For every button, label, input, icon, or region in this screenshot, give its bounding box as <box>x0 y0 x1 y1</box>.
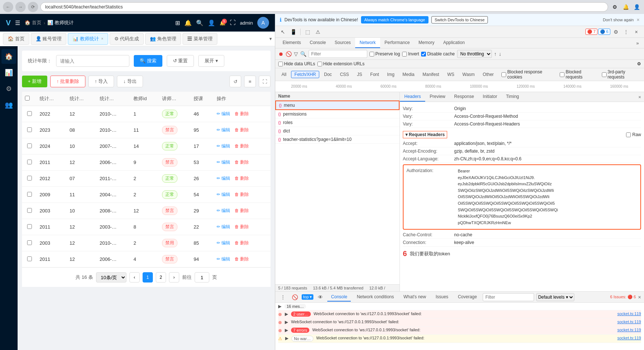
extension-icon-3[interactable]: 👤 <box>632 3 641 11</box>
fullscreen-icon[interactable]: ⛶ <box>230 19 236 26</box>
tabs-more-button[interactable]: » <box>634 38 641 48</box>
forward-button[interactable]: → <box>15 2 26 12</box>
tab-account[interactable]: 👤 账号管理 <box>31 33 67 45</box>
tab-memory[interactable]: Memory <box>414 38 439 48</box>
user-icon[interactable]: 👤 <box>208 19 215 26</box>
third-party-checkbox[interactable] <box>602 72 607 77</box>
tab-elements[interactable]: Elements <box>278 38 305 48</box>
elements-icon[interactable]: ⬚ <box>303 27 312 37</box>
close-devtools-button[interactable]: × <box>632 27 641 37</box>
import-icon[interactable]: ↑ <box>494 51 497 57</box>
filter-img[interactable]: Img <box>384 71 398 78</box>
expand-icon-3[interactable]: ▶ <box>285 320 288 325</box>
detail-tab-timing[interactable]: Timing <box>501 92 523 102</box>
invert-label[interactable]: Invert <box>402 51 419 56</box>
row-checkbox-4[interactable] <box>27 176 32 181</box>
clear-icon[interactable]: 🚫 <box>286 51 292 57</box>
sidebar-home[interactable]: 🏠 <box>1 49 16 64</box>
filter-toggle-icon[interactable]: ▽ <box>294 51 298 57</box>
tab-code[interactable]: ⚙ 代码生成 <box>110 33 144 45</box>
expand-icon-5[interactable]: ▶ <box>285 336 288 341</box>
search-header-icon[interactable]: 🔍 <box>196 19 203 26</box>
del-btn-2[interactable]: 🗑 删除 <box>235 143 249 149</box>
extension-icon-1[interactable]: ⚙ <box>610 3 619 11</box>
tab-teacher[interactable]: 📊 教师统计 × <box>68 33 108 45</box>
filter-media[interactable]: Media <box>399 71 418 78</box>
notification-badge[interactable]: 🔔 5 <box>220 20 225 26</box>
page-size-select[interactable]: 10条/页 20条/页 <box>96 272 126 282</box>
del-btn-0[interactable]: 🗑 删除 <box>235 111 249 116</box>
expand-icon-1[interactable]: ▶ <box>278 304 281 309</box>
bell-icon[interactable]: 🔔 <box>184 19 192 26</box>
columns-icon[interactable]: ≡ <box>244 76 256 87</box>
tab-sources[interactable]: Sources <box>330 38 355 48</box>
preserve-log-label[interactable]: Preserve log <box>369 51 400 56</box>
filter-css[interactable]: CSS <box>336 71 352 78</box>
request-item-permissions[interactable]: {} permissions <box>275 110 400 119</box>
back-button[interactable]: ← <box>3 2 13 12</box>
console-clear-icon[interactable]: 🚫 <box>290 292 299 302</box>
filter-manifest[interactable]: Manifest <box>419 71 442 78</box>
hide-data-urls-label[interactable]: Hide data URLs <box>278 61 315 66</box>
hide-extension-urls-checkbox[interactable] <box>317 62 322 66</box>
row-checkbox-7[interactable] <box>27 224 32 229</box>
console-filter-input[interactable] <box>483 293 534 301</box>
avatar[interactable]: A <box>257 17 269 29</box>
detail-tab-preview[interactable]: Preview <box>425 92 450 102</box>
page-1-button[interactable]: 1 <box>143 272 153 282</box>
console-close-button[interactable]: × <box>638 294 641 300</box>
expand-icon-2[interactable]: ▶ <box>285 311 288 317</box>
row-checkbox-2[interactable] <box>27 143 32 148</box>
record-icon[interactable]: ⏺ <box>278 51 283 57</box>
edit-btn-4[interactable]: ✏ 编辑 <box>217 176 230 181</box>
console-icon[interactable]: ⚠ <box>313 27 323 37</box>
row-checkbox-3[interactable] <box>27 160 32 164</box>
go-to-input[interactable] <box>195 272 209 282</box>
edit-btn-8[interactable]: ✏ 编辑 <box>217 240 230 245</box>
del-btn-6[interactable]: 🗑 删除 <box>235 208 249 213</box>
select-all-checkbox[interactable] <box>25 96 30 101</box>
notif-close-button[interactable]: × <box>637 17 640 23</box>
raw-checkbox[interactable] <box>626 132 631 137</box>
entry-link-3[interactable]: socket.ts:119 <box>617 320 641 324</box>
edit-btn-5[interactable]: ✏ 编辑 <box>217 192 230 197</box>
detail-tab-response[interactable]: Response <box>450 92 478 102</box>
console-tab-network-conditions[interactable]: Network conditions <box>353 293 397 302</box>
switch-chinese-button[interactable]: Switch DevTools to Chinese <box>431 16 488 23</box>
row-checkbox-9[interactable] <box>27 256 32 261</box>
menu-icon[interactable]: ☰ <box>15 19 20 26</box>
detail-tab-initiator[interactable]: Initiator <box>478 92 501 102</box>
sidebar-settings[interactable]: ⚙ <box>1 81 16 96</box>
hide-data-urls-checkbox[interactable] <box>278 62 283 66</box>
next-page-button[interactable]: › <box>169 272 179 282</box>
filter-input[interactable] <box>56 55 129 67</box>
third-party-label[interactable]: 3rd-party requests <box>602 69 641 80</box>
inspect-button[interactable]: ↖ <box>278 27 288 37</box>
row-checkbox-1[interactable] <box>27 127 32 132</box>
refresh-table-icon[interactable]: ↺ <box>229 76 241 87</box>
del-btn-4[interactable]: 🗑 删除 <box>235 176 249 181</box>
request-item-dict[interactable]: {} dict <box>275 127 400 135</box>
filter-js[interactable]: JS <box>354 71 365 78</box>
edit-btn-6[interactable]: ✏ 编辑 <box>217 208 230 213</box>
search-network-icon[interactable]: 🔍 <box>300 51 306 57</box>
blocked-response-checkbox[interactable] <box>501 72 506 77</box>
filter-doc[interactable]: Doc <box>321 71 335 78</box>
console-tab-whats-new[interactable]: What's new <box>400 293 430 302</box>
del-btn-9[interactable]: 🗑 删除 <box>235 256 249 262</box>
entry-link-2[interactable]: socket.ts:119 <box>617 311 641 316</box>
edit-btn-2[interactable]: ✏ 编辑 <box>217 143 230 149</box>
del-btn-8[interactable]: 🗑 删除 <box>235 240 249 245</box>
blocked-requests-checkbox[interactable] <box>560 72 564 77</box>
search-button[interactable]: 🔍 搜索 <box>134 55 162 67</box>
import-button[interactable]: ↑ 导入 <box>88 76 114 87</box>
edit-btn-7[interactable]: ✏ 编辑 <box>217 224 230 229</box>
console-eye-icon[interactable]: 👁 <box>316 292 325 302</box>
settings-icon[interactable]: ⚙ <box>611 27 621 37</box>
breadcrumb-home[interactable]: 🏠 首页 <box>25 19 41 26</box>
more-icon[interactable]: ⋮ <box>621 27 631 37</box>
tab-network[interactable]: Network <box>355 38 380 48</box>
blocked-response-label[interactable]: Blocked response cookies <box>501 69 555 80</box>
settings-icon-right[interactable]: ⚙ <box>637 61 641 66</box>
console-tab-issues[interactable]: Issues <box>432 293 452 302</box>
